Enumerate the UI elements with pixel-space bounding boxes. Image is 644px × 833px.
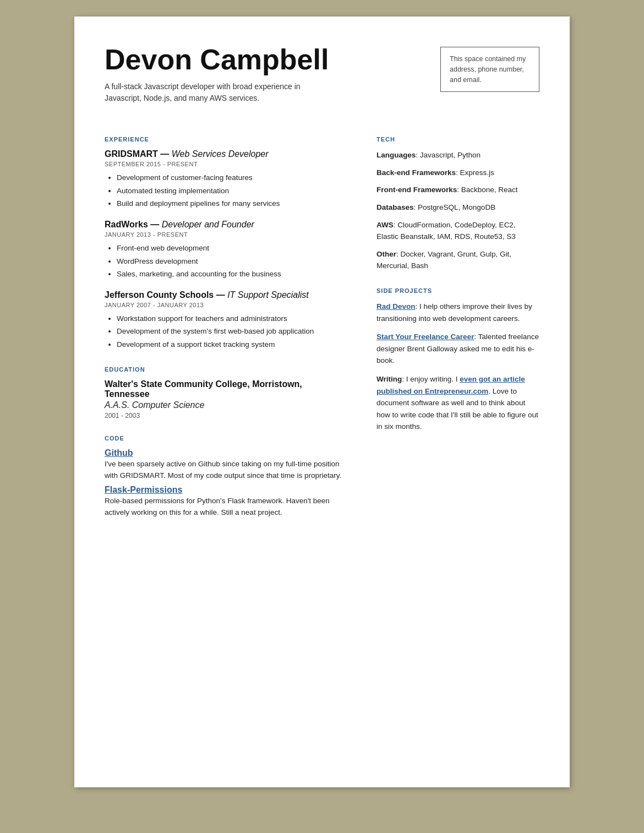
job-separator-3: — — [216, 290, 227, 300]
code-project-github: Github I've been sparsely active on Gith… — [105, 448, 349, 482]
bullet-item: Front-end web development — [117, 242, 349, 254]
education-section-title: EDUCATION — [105, 366, 349, 373]
education-entry: Walter's State Community College, Morris… — [105, 379, 349, 420]
job-title-gridsmart: GRIDSMART — Web Services Developer — [105, 149, 349, 159]
writing-label: Writing — [376, 375, 402, 383]
bullet-item: Development of the system's first web-ba… — [117, 325, 349, 337]
tech-colon-0: : — [416, 151, 420, 159]
job-title-radworks: RadWorks — Developer and Founder — [105, 220, 349, 230]
tech-languages: Languages: Javascript, Python — [376, 149, 539, 161]
tech-value-languages: Javascript, Python — [420, 151, 481, 159]
flask-link[interactable]: Flask-Permissions — [105, 485, 182, 494]
side-projects-section-title: SIDE PROJECTS — [376, 287, 539, 294]
code-project-flask: Flask-Permissions Role-based permissions… — [105, 485, 349, 519]
tech-colon-2: : — [457, 186, 461, 194]
candidate-name: Devon Campbell — [105, 44, 440, 75]
tech-value-aws: CloudFormation, CodeDeploy, EC2, Elastic… — [376, 221, 516, 241]
github-description: I've been sparsely active on Github sinc… — [105, 458, 349, 482]
job-gridsmart: GRIDSMART — Web Services Developer SEPTE… — [105, 149, 349, 210]
tech-label-languages: Languages — [376, 151, 416, 159]
tech-label-aws: AWS — [376, 221, 394, 229]
tech-label-backend: Back-end Frameworks — [376, 168, 456, 177]
job-bullets-radworks: Front-end web development WordPress deve… — [105, 242, 349, 280]
bullet-item: Sales, marketing, and accounting for the… — [117, 268, 349, 280]
tech-aws: AWS: CloudFormation, CodeDeploy, EC2, El… — [376, 219, 539, 243]
side-project-writing: Writing: I enjoy writing. I even got an … — [376, 373, 539, 433]
tech-colon-3: : — [414, 203, 418, 211]
job-radworks: RadWorks — Developer and Founder JANUARY… — [105, 220, 349, 280]
code-section-title: CODE — [105, 435, 349, 442]
main-content: EXPERIENCE GRIDSMART — Web Services Deve… — [105, 121, 539, 522]
tech-label-frontend: Front-end Frameworks — [376, 186, 457, 194]
job-dates-jefferson: JANUARY 2007 - JANUARY 2013 — [105, 302, 349, 308]
github-link[interactable]: Github — [105, 448, 133, 458]
tech-frontend: Front-end Frameworks: Backbone, React — [376, 184, 539, 196]
experience-section-title: EXPERIENCE — [105, 136, 349, 143]
job-bullets-gridsmart: Development of customer-facing features … — [105, 172, 349, 210]
bullet-item: Workstation support for teachers and adm… — [117, 313, 349, 325]
job-role-jefferson: IT Support Specialist — [227, 290, 309, 300]
writing-desc-before: : I enjoy writing. I — [402, 375, 460, 383]
flask-description: Role-based permissions for Python's Flas… — [105, 495, 349, 519]
job-title-jefferson: Jefferson County Schools — IT Support Sp… — [105, 290, 349, 300]
tech-section-title: TECH — [376, 136, 539, 143]
job-dates-gridsmart: SEPTEMBER 2015 - PRESENT — [105, 161, 349, 167]
side-project-freelance: Start Your Freelance Career: Talented fr… — [376, 331, 539, 367]
tech-other: Other: Docker, Vagrant, Grunt, Gulp, Git… — [376, 248, 539, 272]
tech-colon-1: : — [456, 168, 460, 177]
left-column: EXPERIENCE GRIDSMART — Web Services Deve… — [105, 121, 349, 522]
job-role-radworks: Developer and Founder — [162, 220, 254, 229]
tech-colon-5: : — [396, 250, 401, 258]
header-left: Devon Campbell A full-stack Javascript d… — [105, 44, 440, 104]
job-separator-2: — — [150, 220, 161, 229]
bullet-item: Development of customer-facing features — [117, 172, 349, 184]
right-column: TECH Languages: Javascript, Python Back-… — [371, 121, 539, 522]
company-name-radworks: RadWorks — [105, 220, 148, 229]
resume-paper: Devon Campbell A full-stack Javascript d… — [74, 17, 570, 787]
bullet-item: Automated testing implementation — [117, 185, 349, 197]
bullet-item: Development of a support ticket tracking… — [117, 339, 349, 351]
tech-value-frontend: Backbone, React — [461, 186, 518, 194]
tech-value-databases: PostgreSQL, MongoDB — [418, 203, 495, 211]
address-box: This space contained my address, phone n… — [440, 47, 539, 92]
bullet-item: Build and deployment pipelines for many … — [117, 198, 349, 210]
rad-devon-link[interactable]: Rad Devon — [376, 302, 416, 311]
company-name-gridsmart: GRIDSMART — [105, 149, 158, 159]
tech-label-other: Other — [376, 250, 396, 258]
school-name: Walter's State Community College, Morris… — [105, 379, 349, 399]
job-bullets-jefferson: Workstation support for teachers and adm… — [105, 313, 349, 351]
company-name-jefferson: Jefferson County Schools — [105, 290, 214, 300]
job-jefferson: Jefferson County Schools — IT Support Sp… — [105, 290, 349, 351]
job-role-gridsmart: Web Services Developer — [172, 149, 269, 159]
tech-backend: Back-end Frameworks: Express.js — [376, 167, 539, 179]
school-name-bold: Walter's State Community College, — [105, 379, 250, 389]
tech-databases: Databases: PostgreSQL, MongoDB — [376, 202, 539, 214]
header: Devon Campbell A full-stack Javascript d… — [105, 44, 539, 104]
tech-label-databases: Databases — [376, 203, 414, 211]
degree-name: A.A.S. Computer Science — [105, 400, 349, 410]
bullet-item: WordPress development — [117, 255, 349, 268]
tech-value-backend: Express.js — [460, 168, 494, 177]
side-project-rad-devon: Rad Devon: I help others improve their l… — [376, 301, 539, 324]
job-dates-radworks: JANUARY 2013 - PRESENT — [105, 231, 349, 238]
tagline: A full-stack Javascript developer with b… — [105, 81, 336, 104]
job-separator-1: — — [160, 149, 171, 159]
freelance-link[interactable]: Start Your Freelance Career — [376, 333, 474, 341]
edu-dates: 2001 - 2003 — [105, 412, 349, 420]
